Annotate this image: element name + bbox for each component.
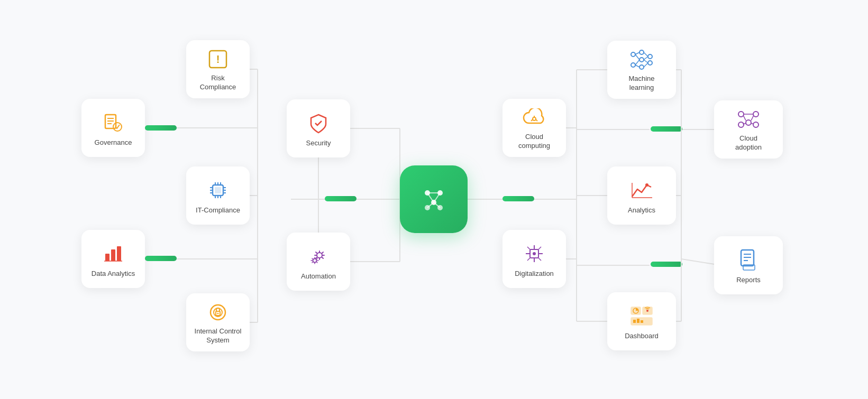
internal-control-label: Internal ControlSystem — [195, 327, 242, 345]
reports-label: Reports — [736, 276, 761, 285]
card-internal-control[interactable]: Internal ControlSystem — [186, 293, 250, 351]
risk-compliance-label: Risk Compliance — [193, 74, 243, 92]
svg-line-80 — [536, 119, 537, 121]
cloud-nodes-icon — [737, 109, 760, 130]
svg-line-100 — [635, 54, 639, 60]
svg-line-106 — [644, 63, 648, 67]
digital-icon — [523, 242, 546, 265]
card-governance[interactable]: Governance — [81, 99, 145, 157]
neural-icon — [630, 49, 653, 70]
it-compliance-label: IT-Compliance — [196, 206, 240, 215]
svg-line-43 — [427, 193, 434, 202]
svg-point-109 — [753, 112, 759, 117]
svg-line-102 — [635, 65, 639, 67]
diagram: ! Risk Compliance Governance — [0, 0, 868, 399]
svg-point-75 — [217, 313, 219, 314]
svg-rect-8 — [145, 256, 177, 261]
svg-line-112 — [743, 115, 746, 120]
svg-rect-2 — [325, 196, 357, 201]
cloud-computing-label: Cloudcomputing — [518, 133, 550, 151]
svg-point-117 — [645, 183, 648, 187]
svg-point-76 — [317, 253, 322, 258]
svg-rect-5 — [145, 125, 177, 131]
svg-line-46 — [434, 202, 440, 208]
svg-point-92 — [631, 52, 635, 57]
card-reports[interactable]: Reports — [714, 236, 783, 294]
analytics-label: Analytics — [628, 206, 655, 215]
svg-point-96 — [639, 65, 644, 69]
card-data-analytics[interactable]: Data Analytics — [81, 230, 145, 288]
svg-line-88 — [538, 247, 541, 249]
chip-icon — [206, 179, 230, 202]
dashboard-icon — [630, 304, 653, 328]
digitalization-label: Digitalization — [515, 270, 554, 279]
svg-line-81 — [531, 119, 533, 121]
svg-point-91 — [533, 252, 536, 255]
center-icon — [417, 182, 451, 216]
svg-point-132 — [646, 310, 648, 312]
svg-line-105 — [644, 60, 648, 63]
svg-rect-128 — [633, 320, 636, 323]
governance-label: Governance — [95, 138, 132, 147]
card-dashboard[interactable]: Dashboard — [607, 292, 676, 350]
machine-learning-label: Machinelearning — [628, 75, 654, 92]
svg-line-103 — [644, 52, 648, 57]
svg-point-107 — [738, 112, 744, 117]
svg-point-110 — [738, 122, 744, 127]
card-automation[interactable]: Automation — [287, 233, 350, 291]
card-digitalization[interactable]: Digitalization — [502, 230, 566, 288]
card-it-compliance[interactable]: IT-Compliance — [186, 166, 250, 225]
gears-icon — [307, 245, 330, 268]
svg-line-87 — [527, 247, 530, 249]
card-cloud-computing[interactable]: Cloudcomputing — [502, 99, 566, 157]
svg-rect-70 — [117, 246, 121, 261]
analytics-icon — [630, 179, 653, 202]
svg-rect-26 — [651, 126, 682, 132]
svg-rect-130 — [641, 320, 643, 323]
svg-point-111 — [753, 122, 759, 127]
center-node[interactable] — [400, 165, 468, 233]
lock-gear-icon — [206, 302, 230, 323]
svg-rect-129 — [637, 319, 639, 323]
risk-icon: ! — [206, 49, 230, 70]
dashboard-label: Dashboard — [625, 332, 659, 341]
cloud-icon — [523, 107, 546, 128]
svg-rect-30 — [651, 262, 682, 267]
svg-line-89 — [527, 258, 530, 261]
svg-rect-69 — [111, 249, 115, 261]
bar-chart-icon — [102, 242, 125, 265]
svg-line-45 — [427, 202, 434, 208]
svg-line-101 — [635, 60, 639, 65]
doc-icon — [737, 248, 760, 272]
svg-rect-19 — [502, 196, 534, 201]
card-risk-compliance[interactable]: ! Risk Compliance — [186, 40, 250, 98]
svg-line-90 — [538, 258, 541, 261]
svg-line-44 — [434, 193, 440, 202]
svg-point-97 — [648, 54, 652, 59]
svg-point-108 — [746, 120, 751, 125]
automation-label: Automation — [301, 272, 336, 281]
governance-icon — [102, 111, 125, 134]
card-analytics[interactable]: Analytics — [607, 166, 676, 225]
svg-line-99 — [635, 52, 639, 54]
svg-text:!: ! — [216, 53, 220, 65]
svg-point-95 — [639, 58, 644, 62]
svg-point-77 — [313, 258, 317, 262]
data-analytics-label: Data Analytics — [92, 270, 135, 279]
svg-line-104 — [644, 57, 648, 60]
card-cloud-adoption[interactable]: Cloudadoption — [714, 100, 783, 159]
svg-rect-55 — [215, 187, 221, 193]
svg-point-78 — [533, 117, 536, 120]
card-security[interactable]: Security — [287, 99, 350, 157]
svg-point-98 — [648, 61, 652, 65]
svg-line-113 — [751, 115, 754, 120]
svg-point-93 — [631, 63, 635, 67]
svg-point-72 — [211, 305, 225, 320]
security-label: Security — [306, 139, 331, 148]
card-machine-learning[interactable]: Machinelearning — [607, 41, 676, 99]
cloud-adoption-label: Cloudadoption — [735, 134, 762, 152]
svg-rect-68 — [105, 254, 109, 261]
shield-icon — [307, 112, 330, 135]
svg-point-94 — [639, 50, 644, 54]
